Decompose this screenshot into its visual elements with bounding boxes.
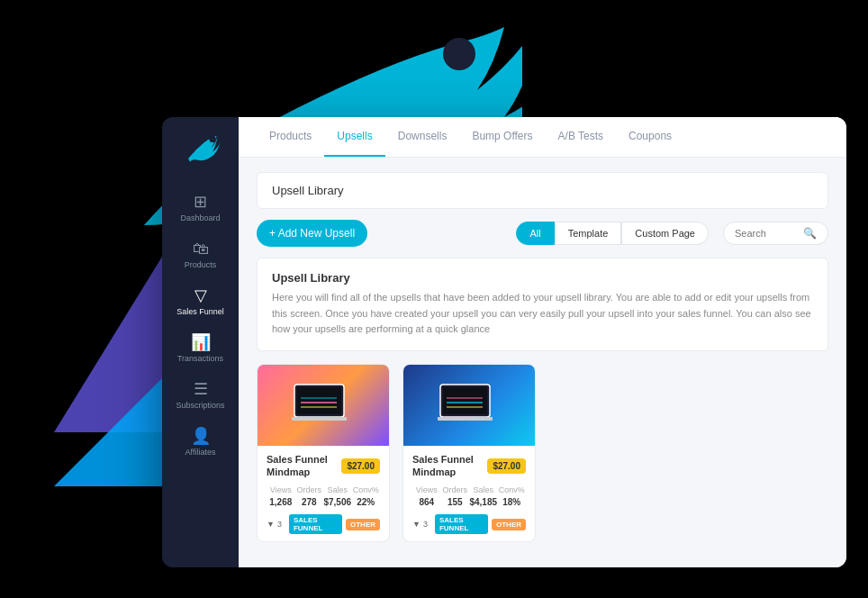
views-label-1: Views xyxy=(267,485,295,494)
card-title-row-2: Sales Funnel Mindmap $27.00 xyxy=(412,453,526,479)
cards-grid: Sales Funnel Mindmap $27.00 Views Orders… xyxy=(257,364,828,543)
sidebar-label-dashboard: Dashboard xyxy=(180,213,220,222)
card-info-2: Sales Funnel Mindmap $27.00 Views Orders… xyxy=(403,446,535,542)
conv-label-1: Conv% xyxy=(352,485,381,494)
svg-rect-13 xyxy=(438,417,493,421)
svg-rect-3 xyxy=(297,387,341,414)
views-value-1: 1,268 xyxy=(267,497,295,507)
subscriptions-icon: ☰ xyxy=(194,381,208,397)
nav-item-bump-offers[interactable]: Bump Offers xyxy=(459,117,545,157)
tag-other-2: OTHER xyxy=(492,519,526,530)
tag-other-1: OTHER xyxy=(346,519,380,530)
main-ui-container: ⊞ Dashboard 🛍 Products ▽ Sales Funnel 📊 … xyxy=(162,117,846,567)
main-content: Products Upsells Downsells Bump Offers A… xyxy=(239,117,846,567)
svg-point-1 xyxy=(209,136,215,142)
card-stats-values-1: 1,268 278 $7,506 22% xyxy=(267,497,380,507)
filter-num-1: 3 xyxy=(277,520,282,529)
filter-group: All Template Custom Page xyxy=(516,222,709,245)
upsell-card-2[interactable]: Sales Funnel Mindmap $27.00 Views Orders… xyxy=(402,364,536,543)
upsell-card-1[interactable]: Sales Funnel Mindmap $27.00 Views Orders… xyxy=(257,364,390,543)
card-image-1 xyxy=(258,365,389,446)
description-section: Upsell Library Here you will find all of… xyxy=(257,258,828,351)
card-price-2: $27.00 xyxy=(487,458,526,474)
top-nav: Products Upsells Downsells Bump Offers A… xyxy=(239,117,846,158)
filter-icon-1: ▼ xyxy=(267,520,275,529)
sidebar-label-subscriptions: Subscriptions xyxy=(176,401,224,410)
filter-template-button[interactable]: Template xyxy=(555,222,622,245)
sidebar-item-transactions[interactable]: 📊 Transactions xyxy=(162,325,239,372)
filter-all-button[interactable]: All xyxy=(516,222,554,245)
filter-custom-page-button[interactable]: Custom Page xyxy=(621,222,709,245)
sales-value-2: $4,185 xyxy=(469,497,498,507)
library-header-bar: Upsell Library xyxy=(257,172,828,209)
sales-value-1: $7,506 xyxy=(323,497,352,507)
sidebar-item-dashboard[interactable]: ⊞ Dashboard xyxy=(162,185,239,231)
sidebar-item-subscriptions[interactable]: ☰ Subscriptions xyxy=(162,372,239,419)
nav-item-ab-tests[interactable]: A/B Tests xyxy=(546,117,616,157)
filter-num-2: 3 xyxy=(423,520,428,529)
views-label-2: Views xyxy=(412,485,441,494)
sidebar-label-sales-funnel: Sales Funnel xyxy=(176,307,224,316)
card-image-2 xyxy=(403,365,535,446)
description-title: Upsell Library xyxy=(272,271,813,285)
sales-label-2: Sales xyxy=(469,485,498,494)
nav-item-products[interactable]: Products xyxy=(257,117,324,157)
sidebar-logo xyxy=(180,126,221,167)
nav-item-coupons[interactable]: Coupons xyxy=(616,117,684,157)
tag-salesfunnel-2: SALES FUNNEL xyxy=(435,514,488,534)
card-stats-values-2: 864 155 $4,185 18% xyxy=(412,497,526,507)
search-input[interactable] xyxy=(735,228,798,239)
transactions-icon: 📊 xyxy=(191,334,211,350)
card-footer-2: ▼ 3 SALES FUNNEL OTHER xyxy=(412,514,526,534)
products-icon: 🛍 xyxy=(193,240,209,257)
sales-funnel-icon: ▽ xyxy=(194,287,207,304)
sidebar-label-products: Products xyxy=(185,260,217,269)
sidebar-label-affiliates: Affiliates xyxy=(185,448,216,457)
card-info-1: Sales Funnel Mindmap $27.00 Views Orders… xyxy=(258,446,389,542)
sidebar-item-sales-funnel[interactable]: ▽ Sales Funnel xyxy=(162,278,239,325)
conv-label-2: Conv% xyxy=(498,485,527,494)
page-content: Upsell Library + Add New Upsell All Temp… xyxy=(239,158,846,567)
description-text: Here you will find all of the upsells th… xyxy=(272,290,813,338)
filter-icon-2: ▼ xyxy=(412,520,420,529)
filter-count-1: ▼ 3 xyxy=(267,520,282,529)
card-title-1: Sales Funnel Mindmap xyxy=(267,453,341,479)
sales-label-1: Sales xyxy=(323,485,352,494)
search-icon: 🔍 xyxy=(803,227,817,240)
svg-rect-7 xyxy=(292,417,347,421)
action-bar: + Add New Upsell All Template Custom Pag… xyxy=(257,220,828,247)
card-title-row-1: Sales Funnel Mindmap $27.00 xyxy=(267,453,380,479)
card-stats-header-1: Views Orders Sales Conv% xyxy=(267,485,380,494)
card-title-2: Sales Funnel Mindmap xyxy=(412,453,487,479)
affiliates-icon: 👤 xyxy=(191,428,211,444)
svg-rect-9 xyxy=(443,387,487,414)
sidebar: ⊞ Dashboard 🛍 Products ▽ Sales Funnel 📊 … xyxy=(162,117,239,567)
sidebar-label-transactions: Transactions xyxy=(177,354,223,363)
orders-label-2: Orders xyxy=(441,485,470,494)
nav-item-upsells[interactable]: Upsells xyxy=(324,117,384,157)
sidebar-item-products[interactable]: 🛍 Products xyxy=(162,231,239,278)
library-header-title: Upsell Library xyxy=(272,184,343,197)
card-stats-header-2: Views Orders Sales Conv% xyxy=(412,485,526,494)
search-box: 🔍 xyxy=(723,222,828,245)
card-price-1: $27.00 xyxy=(341,458,380,474)
orders-value-2: 155 xyxy=(441,497,470,507)
card-footer-1: ▼ 3 SALES FUNNEL OTHER xyxy=(267,514,380,534)
conv-value-2: 18% xyxy=(498,497,527,507)
svg-point-0 xyxy=(443,38,475,70)
conv-value-1: 22% xyxy=(352,497,381,507)
tag-salesfunnel-1: SALES FUNNEL xyxy=(289,514,342,534)
filter-count-2: ▼ 3 xyxy=(412,520,428,529)
views-value-2: 864 xyxy=(412,497,441,507)
orders-value-1: 278 xyxy=(295,497,324,507)
sidebar-item-affiliates[interactable]: 👤 Affiliates xyxy=(162,419,239,466)
dashboard-icon: ⊞ xyxy=(194,194,207,210)
add-new-upsell-button[interactable]: + Add New Upsell xyxy=(257,220,367,247)
nav-item-downsells[interactable]: Downsells xyxy=(385,117,460,157)
orders-label-1: Orders xyxy=(295,485,324,494)
